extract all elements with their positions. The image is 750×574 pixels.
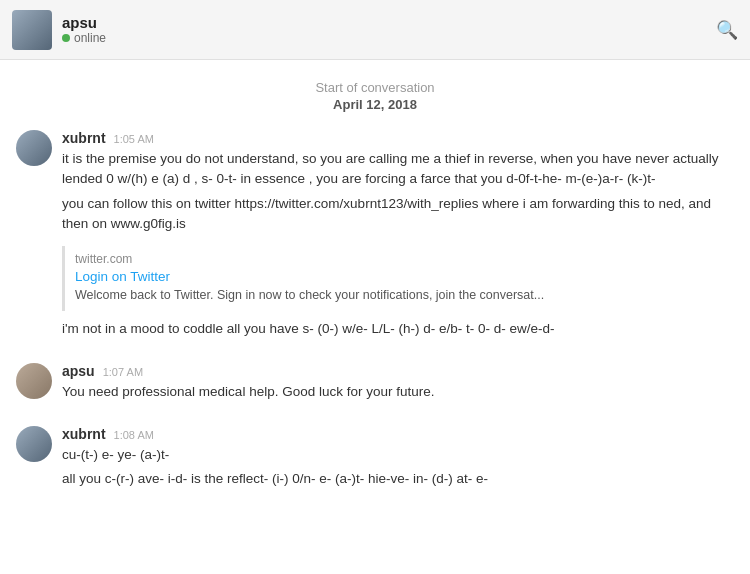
message-text: cu-(t-) e- ye- (a-)t- bbox=[62, 445, 734, 465]
message-time: 1:07 AM bbox=[103, 366, 143, 378]
message-text: all you c-(r-) ave- i-d- is the reflect-… bbox=[62, 469, 734, 489]
message-avatar bbox=[16, 426, 52, 462]
message-header: apsu1:07 AM bbox=[62, 363, 734, 379]
message-time: 1:05 AM bbox=[114, 133, 154, 145]
header-avatar bbox=[12, 10, 52, 50]
message-content: xubrnt1:08 AMcu-(t-) e- ye- (a-)t-all yo… bbox=[62, 426, 734, 494]
message-content: xubrnt1:05 AMit is the premise you do no… bbox=[62, 130, 734, 343]
start-label: Start of conversation bbox=[0, 80, 750, 95]
date-separator: Start of conversation April 12, 2018 bbox=[0, 60, 750, 120]
message-text: you can follow this on twitter https://t… bbox=[62, 194, 734, 235]
header-status: online bbox=[62, 31, 106, 45]
message-text: You need professional medical help. Good… bbox=[62, 382, 734, 402]
message-group: xubrnt1:05 AMit is the premise you do no… bbox=[0, 120, 750, 353]
status-text: online bbox=[74, 31, 106, 45]
message-username: xubrnt bbox=[62, 426, 106, 442]
message-avatar bbox=[16, 130, 52, 166]
link-preview-domain: twitter.com bbox=[75, 252, 544, 266]
message-username: apsu bbox=[62, 363, 95, 379]
message-time: 1:08 AM bbox=[114, 429, 154, 441]
messages-container: xubrnt1:05 AMit is the premise you do no… bbox=[0, 120, 750, 524]
chat-header: apsu online 🔍 bbox=[0, 0, 750, 60]
message-content: apsu1:07 AMYou need professional medical… bbox=[62, 363, 734, 406]
header-username: apsu bbox=[62, 14, 106, 31]
search-icon[interactable]: 🔍 bbox=[716, 19, 738, 41]
message-text-after-link: i'm not in a mood to coddle all you have… bbox=[62, 319, 734, 339]
date-label: April 12, 2018 bbox=[0, 97, 750, 112]
message-group: apsu1:07 AMYou need professional medical… bbox=[0, 353, 750, 416]
link-preview-title[interactable]: Login on Twitter bbox=[75, 269, 544, 284]
message-username: xubrnt bbox=[62, 130, 106, 146]
message-avatar bbox=[16, 363, 52, 399]
message-header: xubrnt1:05 AM bbox=[62, 130, 734, 146]
link-preview-card: twitter.comLogin on TwitterWelcome back … bbox=[62, 246, 554, 311]
status-indicator bbox=[62, 34, 70, 42]
link-preview-description: Welcome back to Twitter. Sign in now to … bbox=[75, 287, 544, 305]
message-group: xubrnt1:08 AMcu-(t-) e- ye- (a-)t-all yo… bbox=[0, 416, 750, 504]
header-info: apsu online bbox=[62, 14, 106, 45]
message-header: xubrnt1:08 AM bbox=[62, 426, 734, 442]
message-text: it is the premise you do not understand,… bbox=[62, 149, 734, 190]
